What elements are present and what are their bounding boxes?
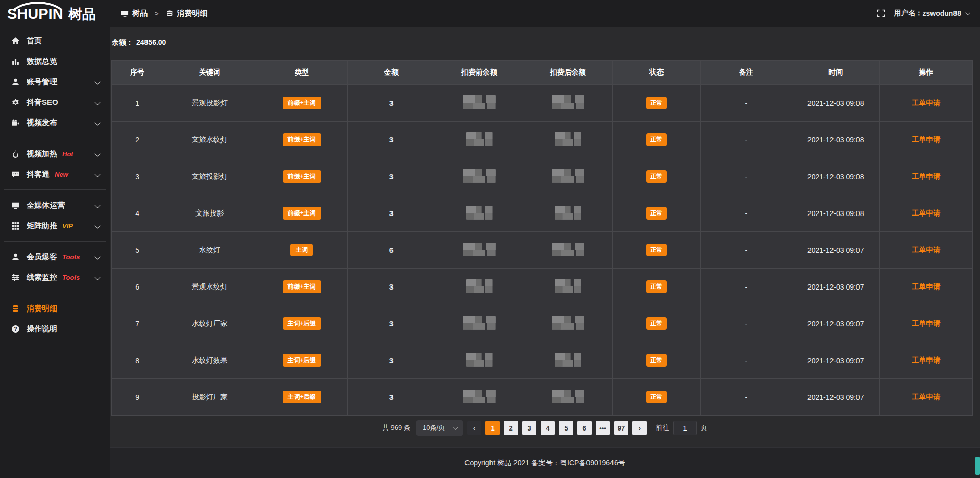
breadcrumb-item-home[interactable]: 树品: [121, 9, 148, 18]
cell-time: 2021-12-03 09:07: [792, 305, 879, 342]
svg-text:?: ?: [14, 326, 17, 332]
cell-index: 9: [112, 379, 163, 416]
breadcrumb-item-current[interactable]: 消费明细: [166, 9, 208, 18]
fullscreen-icon[interactable]: [877, 9, 885, 17]
blurred-balance-after: [555, 206, 581, 220]
chevron-down-icon: [94, 254, 100, 259]
sidebar-item-instructions[interactable]: ? 操作说明: [0, 319, 110, 339]
cell-remark: -: [700, 195, 792, 232]
sidebar-item-badge: VIP: [62, 222, 73, 230]
page-button[interactable]: 97: [614, 421, 628, 435]
coins-icon: [166, 10, 174, 17]
sidebar-item-data-overview[interactable]: 数据总览: [0, 51, 110, 71]
work-order-link[interactable]: 工单申请: [912, 99, 940, 107]
cell-remark: -: [700, 232, 792, 269]
heat-icon: [11, 150, 20, 158]
scrollbar-thumb[interactable]: [975, 457, 980, 475]
sidebar-item-badge: Tools: [62, 274, 80, 281]
cell-action: 工单申请: [879, 342, 972, 379]
cell-index: 7: [112, 305, 163, 342]
table-header-row: 序号关键词类型金额扣费前余额扣费后余额状态备注时间操作: [112, 61, 973, 85]
cell-type: 主词+后缀: [256, 379, 348, 416]
username-dropdown[interactable]: 用户名： zswodun88: [894, 9, 969, 18]
logo-text-cn: 树品: [68, 7, 96, 22]
user-area: 用户名： zswodun88: [877, 9, 969, 18]
cell-index: 8: [112, 342, 163, 379]
work-order-link[interactable]: 工单申请: [912, 319, 940, 327]
cell-action: 工单申请: [879, 85, 972, 122]
pagination-total: 共 969 条: [382, 423, 410, 433]
sidebar-item-clue-monitor[interactable]: 线索监控 Tools: [0, 267, 110, 288]
type-badge: 前缀+主词: [283, 207, 321, 219]
goto-page-input[interactable]: [673, 421, 697, 435]
logo-arc: [6, 2, 70, 25]
breadcrumb-label: 消费明细: [177, 9, 208, 18]
username-value: zswodun88: [923, 9, 961, 17]
page-size-select[interactable]: 10条/页: [416, 420, 463, 436]
next-page-button[interactable]: ›: [632, 421, 647, 435]
cell-balance-after: [523, 122, 612, 158]
balance-row: 余额：24856.00: [110, 27, 980, 47]
cell-time: 2021-12-03 09:08: [792, 158, 879, 195]
blurred-balance-before: [463, 390, 496, 403]
page-button[interactable]: 5: [559, 421, 573, 435]
cell-type: 主词+后缀: [256, 305, 348, 342]
sidebar-item-account-manage[interactable]: 账号管理: [0, 71, 110, 92]
table-row: 8 水纹灯效果 主词+后缀 3 正常 - 2021-12-03 09:07 工单…: [112, 342, 973, 379]
work-order-link[interactable]: 工单申请: [912, 282, 940, 291]
blurred-balance-before: [463, 169, 496, 183]
type-badge: 主词+后缀: [283, 391, 321, 403]
cell-time: 2021-12-03 09:07: [792, 379, 879, 416]
cell-type: 前缀+主词: [256, 85, 348, 122]
sidebar-item-douketong[interactable]: 抖客通 New: [0, 164, 110, 184]
table-row: 5 水纹灯 主词 6 正常 - 2021-12-03 09:07 工单申请: [112, 232, 973, 269]
column-header: 备注: [700, 61, 792, 85]
page-button[interactable]: 4: [541, 421, 555, 435]
cell-remark: -: [700, 158, 792, 195]
prev-page-button[interactable]: ‹: [467, 421, 481, 435]
goto-unit: 页: [701, 423, 707, 433]
sidebar-item-matrix-boost[interactable]: 矩阵助推 VIP: [0, 216, 110, 236]
cell-index: 6: [112, 269, 163, 305]
sidebar-item-member-baoke[interactable]: 会员爆客 Tools: [0, 247, 110, 267]
work-order-link[interactable]: 工单申请: [912, 356, 940, 364]
work-order-link[interactable]: 工单申请: [912, 135, 940, 144]
app-logo: SHUPIN 树品: [0, 0, 110, 27]
sidebar-menu: 首页 数据总览 账号管理 抖音SEO 视频发布 视频加热 Hot 抖客通 New…: [0, 27, 110, 339]
cell-balance-after: [523, 232, 612, 269]
work-order-link[interactable]: 工单申请: [912, 172, 940, 180]
blurred-balance-after: [555, 353, 581, 367]
cell-balance-before: [435, 305, 523, 342]
pagination: 共 969 条 10条/页 ‹ 123456•••97 › 前往 页: [110, 420, 980, 436]
work-order-link[interactable]: 工单申请: [912, 246, 940, 254]
page-button[interactable]: 2: [504, 421, 518, 435]
cell-balance-after: [523, 305, 612, 342]
cell-type: 主词+后缀: [256, 342, 348, 379]
monitor-icon: [11, 201, 20, 210]
page-button-active[interactable]: 1: [485, 421, 500, 435]
more-pages-button[interactable]: •••: [596, 421, 610, 435]
blurred-balance-after: [555, 132, 581, 146]
page-button[interactable]: 3: [522, 421, 536, 435]
cell-time: 2021-12-03 09:08: [792, 122, 879, 158]
cell-keyword: 文旅水纹灯: [163, 122, 256, 158]
sidebar-item-home[interactable]: 首页: [0, 31, 110, 51]
sidebar-item-video-heat[interactable]: 视频加热 Hot: [0, 144, 110, 164]
sidebar-item-consume-detail[interactable]: 消费明细: [0, 298, 110, 319]
work-order-link[interactable]: 工单申请: [912, 393, 940, 401]
chevron-down-icon: [965, 10, 970, 15]
bar-chart-icon: [11, 57, 20, 66]
chevron-down-icon: [94, 99, 100, 105]
question-icon: ?: [11, 325, 20, 333]
cell-action: 工单申请: [879, 379, 972, 416]
page-button[interactable]: 6: [577, 421, 592, 435]
cell-action: 工单申请: [879, 305, 972, 342]
sidebar-item-douyin-seo[interactable]: 抖音SEO: [0, 92, 110, 112]
type-badge: 前缀+主词: [283, 280, 321, 293]
status-badge: 正常: [646, 244, 667, 256]
consumption-table: 序号关键词类型金额扣费前余额扣费后余额状态备注时间操作 1 景观投影灯 前缀+主…: [111, 60, 973, 416]
sidebar-item-all-media[interactable]: 全媒体运营: [0, 195, 110, 216]
cell-keyword: 景观投影灯: [163, 85, 256, 122]
sidebar-item-video-publish[interactable]: 视频发布: [0, 112, 110, 133]
work-order-link[interactable]: 工单申请: [912, 209, 940, 217]
